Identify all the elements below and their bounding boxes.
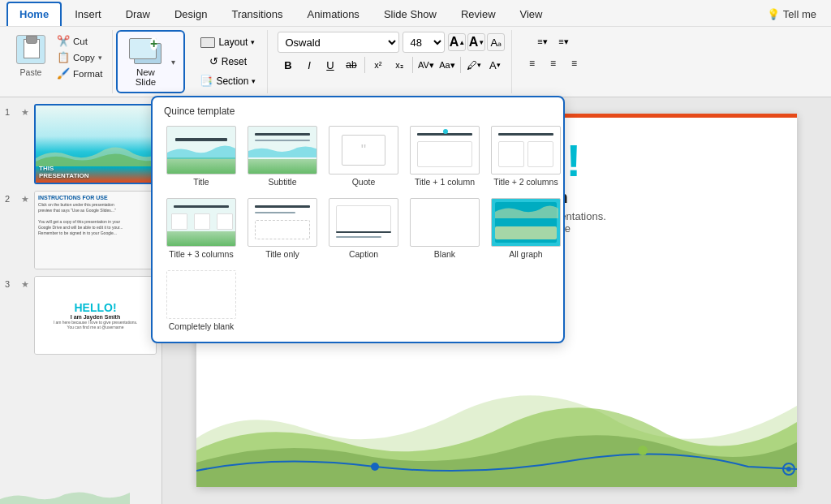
paragraph-group: ≡▾ ≡▾ ≡ ≡ ≡ [515,30,590,93]
subscript-button[interactable]: x₂ [390,55,409,75]
superscript-button[interactable]: x² [368,55,388,75]
layout-option-titleonly[interactable]: Title only [245,196,320,261]
slide-thumbnail-3[interactable]: HELLO! I am Jayden Smith I am here becau… [34,276,157,355]
case-button[interactable]: Aa▾ [437,55,457,75]
reset-button[interactable]: ↺ Reset [205,53,252,70]
tab-draw[interactable]: Draw [114,3,161,25]
list-item: 3 ★ HELLO! I am Jayden Smith I am here b… [5,276,157,355]
tab-review[interactable]: Review [450,3,507,25]
layout-option-caption[interactable]: Caption [326,196,401,261]
section-label: Section [216,75,248,87]
layout-option-label-1col: Title + 1 column [415,177,475,187]
slide-number: 2 [5,194,16,204]
allgraph-wave-svg [495,202,558,218]
paste-button[interactable]: Paste [11,32,50,80]
layout-option-label-2col: Title + 2 columns [493,177,558,187]
new-slide-dropdown-arrow[interactable]: ▾ [170,56,177,68]
new-slide-button[interactable]: + New Slide [124,35,166,88]
font-clear-button[interactable]: Aₐ [487,33,505,51]
layout-option-subtitle[interactable]: Subtitle [245,123,320,189]
tell-me[interactable]: 💡 Tell me [759,5,825,24]
layout-grid: Title Subtitle " Quote [164,123,552,334]
layout-thumb-titleonly [248,198,317,247]
numbered-list-button[interactable]: ≡▾ [553,32,573,51]
ribbon-container: Home Insert Draw Design Transitions Anim… [0,0,831,97]
layout-reset-section-group: Layout ▾ ↺ Reset 📑 Section ▾ [188,30,268,93]
section-button[interactable]: 📑 Section ▾ [195,72,260,89]
lt-title-wave-svg [167,143,236,159]
align-left-button[interactable]: ≡ [522,54,541,73]
layout-thumb-quote: " [329,126,398,174]
tab-design[interactable]: Design [163,3,218,25]
layout-option-label-subtitle: Subtitle [268,177,296,187]
layout-option-3col[interactable]: Title + 3 columns [164,196,239,261]
font-size-select[interactable]: 48 [403,32,445,53]
canvas-wave [196,373,797,487]
reset-icon: ↺ [209,55,218,67]
lt-subtitle-wave-svg [248,144,317,157]
tell-me-label: Tell me [783,8,816,20]
slide-panel: 1 ★ THISPRESENTATION 2 ★ INSTRUCTIONS FO… [0,97,162,504]
layout-option-quote[interactable]: " Quote [326,123,401,189]
highlight-color-button[interactable]: 🖊▾ [464,55,484,75]
format-button[interactable]: 🖌️ Format [54,66,105,81]
tab-home[interactable]: Home [6,2,62,26]
layout-label: Layout [218,37,248,48]
copy-arrow: ▾ [98,54,102,62]
tab-slideshow[interactable]: Slide Show [372,3,448,25]
layout-button[interactable]: Layout ▾ [196,34,260,50]
bold-button[interactable]: B [278,55,298,75]
separator1 [364,57,365,73]
font-group: Oswald 48 A▲ A▼ Aₐ B I U ab x² x₂ [271,30,512,93]
font-row2: B I U ab x² x₂ AV▾ Aa▾ 🖊▾ A▾ [278,55,505,75]
slide3-thumb-content: HELLO! I am Jayden Smith I am here becau… [35,277,156,354]
list-item: 2 ★ INSTRUCTIONS FOR USE Click on the bu… [5,191,157,269]
layout-thumb-2col [491,126,561,174]
slide-thumbnail-1[interactable]: THISPRESENTATION [34,104,157,184]
font-row1: Oswald 48 A▲ A▼ Aₐ [278,32,505,53]
dot-green-1 [638,446,648,455]
new-slide-label2: Slide [136,77,157,87]
layout-option-allgraph[interactable]: All graph [489,196,563,261]
align-right-button[interactable]: ≡ [564,54,583,73]
slide2-body: Click on the button under this presentat… [38,202,153,236]
italic-button[interactable]: I [299,55,319,75]
slide-thumbnail-2[interactable]: INSTRUCTIONS FOR USE Click on the button… [34,191,157,269]
format-label: Format [73,69,102,79]
section-icon: 📑 [200,75,213,87]
layout-option-1col[interactable]: Title + 1 column [407,123,482,189]
tab-view[interactable]: View [509,3,554,25]
strikethrough-button[interactable]: ab [342,55,361,75]
list-item: 1 ★ THISPRESENTATION [5,104,157,184]
copy-icon: 📋 [57,51,70,63]
list-row: ≡▾ ≡▾ [532,32,573,51]
dot-blue-2 [786,467,791,472]
bullet-list-button[interactable]: ≡▾ [532,32,552,51]
layout-option-title[interactable]: Title [164,123,239,189]
format-icon: 🖌️ [57,67,70,80]
tab-insert[interactable]: Insert [63,3,113,25]
font-grow-button[interactable]: A▲ [448,33,466,51]
font-shrink-button[interactable]: A▼ [467,33,485,51]
kerning-button[interactable]: AV▾ [416,55,436,75]
tab-transitions[interactable]: Transitions [220,3,294,25]
copy-button[interactable]: 📋 Copy ▾ [54,50,105,65]
layout-option-completelyblank[interactable]: Completely blank [164,268,239,334]
layout-thumb-3col [166,198,236,247]
tab-animations[interactable]: Animations [296,3,371,25]
layout-option-label-titleonly: Title only [265,249,299,259]
slide-star: ★ [21,194,29,205]
layout-option-2col[interactable]: Title + 2 columns [489,123,563,189]
layout-popup: Quince template Title [151,96,565,343]
font-color-button[interactable]: A▾ [485,55,505,75]
align-center-button[interactable]: ≡ [543,54,562,73]
separator2 [412,57,413,73]
layout-option-blank[interactable]: Blank [407,196,482,261]
layout-option-label-allgraph: All graph [509,249,542,259]
slide3-name: I am Jayden Smith [71,314,120,320]
layout-option-label-caption: Caption [349,249,378,259]
font-name-select[interactable]: Oswald [278,32,399,53]
cut-button[interactable]: ✂️ Cut [54,33,105,49]
underline-button[interactable]: U [321,55,340,75]
slide2-title: INSTRUCTIONS FOR USE [38,195,153,200]
